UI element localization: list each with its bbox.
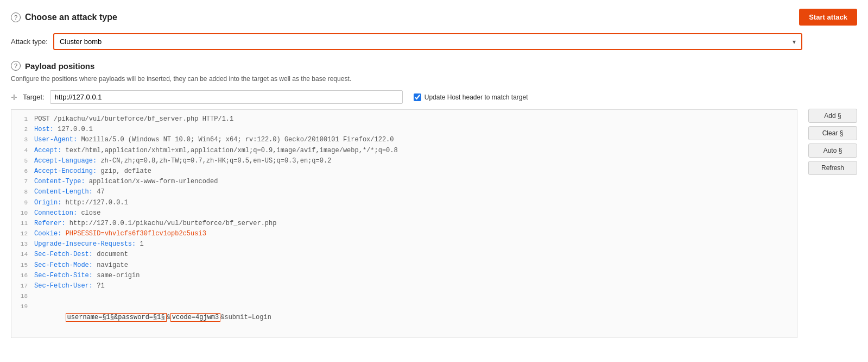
target-input[interactable] [50, 90, 403, 104]
drag-icon: ✛ [11, 93, 17, 102]
table-row: 12 Cookie: PHPSESSID=vhvlcfs6f30flcv1opb… [11, 229, 797, 239]
table-row: 9 Origin: http://127.0.0.1 [11, 198, 797, 208]
table-row: 17 Sec-Fetch-User: ?1 [11, 281, 797, 291]
table-row: 13 Upgrade-Insecure-Requests: 1 [11, 239, 797, 249]
table-row: 1 POST /pikachu/vul/burteforce/bf_server… [11, 114, 797, 124]
table-row: 5 Accept-Language: zh-CN,zh;q=0.8,zh-TW;… [11, 156, 797, 166]
table-row: 7 Content-Type: application/x-www-form-u… [11, 177, 797, 187]
update-host-wrapper: Update Host header to match target [414, 93, 528, 101]
request-area: 1 POST /pikachu/vul/burteforce/bf_server… [11, 109, 797, 338]
table-row: 8 Content-Length: 47 [11, 187, 797, 197]
payload-positions-title: Payload positions [25, 61, 94, 71]
table-row: 11 Referer: http://127.0.0.1/pikachu/vul… [11, 219, 797, 229]
clear-section-button[interactable]: Clear § [808, 126, 857, 140]
attack-type-row: Attack type: Sniper Battering ram Pitchf… [11, 33, 857, 50]
auto-section-button[interactable]: Auto § [808, 143, 857, 158]
payload-box-vcode: vcode=4gjwm3 [170, 313, 220, 322]
right-buttons-panel: Add § Clear § Auto § Refresh [808, 109, 857, 175]
add-section-button[interactable]: Add § [808, 109, 857, 123]
page-title: Choose an attack type [25, 13, 117, 22]
payload-help-icon[interactable]: ? [11, 61, 21, 71]
page-wrapper: ? Choose an attack type Start attack Att… [0, 0, 868, 362]
payload-positions-header: ? Payload positions [11, 61, 857, 71]
payload-positions-desc: Configure the positions where payloads w… [11, 75, 857, 83]
attack-type-select-wrapper: Sniper Battering ram Pitchfork Cluster b… [53, 33, 802, 50]
chevron-down-icon: ▾ [787, 38, 801, 46]
table-row: 16 Sec-Fetch-Site: same-origin [11, 271, 797, 281]
table-row: 3 User-Agent: Mozilla/5.0 (Windows NT 10… [11, 135, 797, 145]
table-row: 2 Host: 127.0.0.1 [11, 124, 797, 135]
start-attack-button[interactable]: Start attack [799, 9, 857, 26]
table-row: 10 Connection: close [11, 208, 797, 219]
table-row: 19 username=§1§&password=§1§&vcode=4gjwm… [11, 302, 797, 333]
table-row: 14 Sec-Fetch-Dest: document [11, 249, 797, 260]
header-left: ? Choose an attack type [11, 13, 117, 22]
update-host-label: Update Host header to match target [425, 93, 528, 101]
header-row: ? Choose an attack type Start attack [11, 9, 857, 26]
update-host-checkbox[interactable] [414, 93, 421, 101]
refresh-button[interactable]: Refresh [808, 161, 857, 175]
target-label: Target: [23, 93, 45, 101]
help-icon[interactable]: ? [11, 13, 21, 22]
payload-box-username: username=§1§&password=§1§ [66, 313, 167, 322]
target-row: ✛ Target: Update Host header to match ta… [11, 90, 857, 104]
table-row: 6 Accept-Encoding: gzip, deflate [11, 166, 797, 177]
table-row: 18 [11, 291, 797, 302]
table-row: 15 Sec-Fetch-Mode: navigate [11, 260, 797, 271]
attack-type-select[interactable]: Sniper Battering ram Pitchfork Cluster b… [54, 34, 787, 49]
attack-type-label: Attack type: [11, 38, 48, 46]
table-row: 4 Accept: text/html,application/xhtml+xm… [11, 146, 797, 156]
